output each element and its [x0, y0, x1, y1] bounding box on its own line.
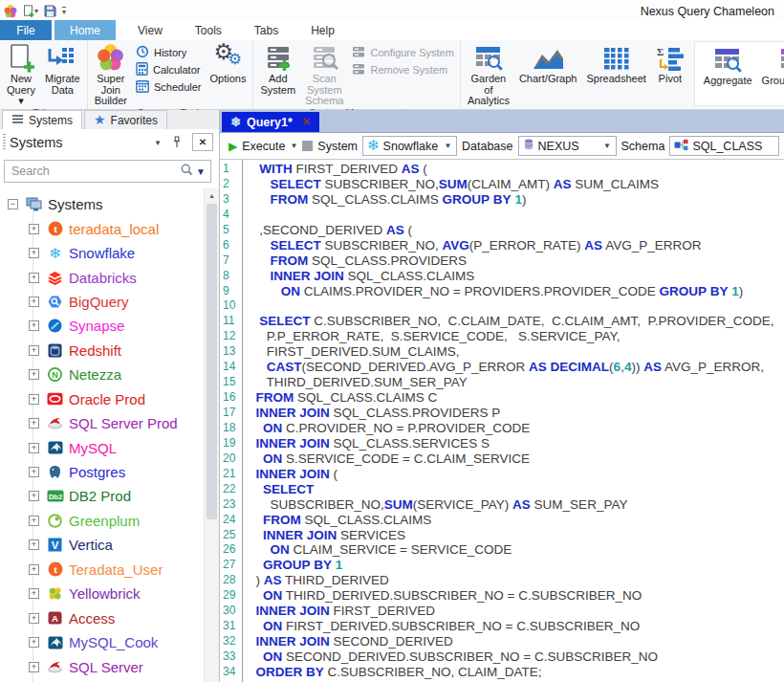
migrate-data-button[interactable]: Migrate Data: [40, 40, 85, 107]
button-label: Migrate Data: [45, 74, 80, 96]
tree-item-db2-prod[interactable]: +Db2DB2 Prod: [29, 484, 219, 508]
garden-of-analytics-button[interactable]: Garden of Analytics: [463, 40, 514, 107]
code-line: FROM SQL_CLASS.CLAIMS GROUP BY 1): [249, 192, 784, 208]
expand-icon[interactable]: +: [29, 443, 39, 453]
expand-icon[interactable]: +: [29, 369, 39, 380]
spreadsheet-button[interactable]: Spreadsheet: [581, 40, 650, 107]
database-combo[interactable]: NEXUS ▼: [518, 136, 617, 156]
system-combo[interactable]: ❄ Snowflake ▼: [362, 136, 457, 156]
expand-icon[interactable]: +: [29, 345, 39, 356]
tree-item-snowflake[interactable]: +❄Snowflake: [29, 241, 219, 265]
pivot-button[interactable]: ΣPivot: [651, 40, 689, 107]
expand-icon[interactable]: +: [29, 320, 39, 331]
chart-graph-button[interactable]: Chart/Graph: [514, 40, 582, 107]
schema-combo[interactable]: SQL_CLASS: [669, 136, 779, 156]
add-system-button[interactable]: Add System: [255, 40, 300, 107]
line-number: 34: [223, 665, 242, 680]
menu-tab-home[interactable]: Home: [54, 20, 116, 40]
sql-code-pane[interactable]: WITH FIRST_DERIVED AS ( SELECT SUBSCRIBE…: [243, 160, 784, 682]
expand-icon[interactable]: +: [29, 491, 39, 501]
tree-item-postgres[interactable]: +Postgres: [29, 460, 219, 484]
save-icon[interactable]: [44, 5, 56, 17]
systems-root-icon: [25, 197, 43, 212]
close-tab-icon[interactable]: ✕: [302, 116, 311, 128]
db2-icon: Db2: [46, 490, 64, 502]
tree-item-mysql-cook[interactable]: +MySQL_Cook: [29, 630, 219, 654]
expand-icon[interactable]: +: [29, 248, 39, 258]
search-filter-caret-icon[interactable]: ▼: [196, 166, 206, 177]
expand-icon[interactable]: +: [29, 564, 39, 575]
expand-icon[interactable]: +: [29, 467, 39, 477]
execute-play-icon[interactable]: ▶: [229, 140, 237, 153]
search-icon[interactable]: [181, 164, 193, 179]
tab-label: Systems: [29, 114, 73, 127]
groupingsets-button[interactable]: GroupingSets: [757, 42, 784, 105]
tree-item-synapse[interactable]: +Synapse: [29, 314, 219, 338]
tree-item-greenplum[interactable]: +Greenplum: [29, 509, 219, 533]
expand-icon[interactable]: +: [29, 588, 39, 599]
calculator-button[interactable]: Calculator: [132, 61, 206, 78]
tree-item-mysql[interactable]: +MySQL: [29, 435, 219, 459]
systems-tree: −Systems+tteradata_local+❄Snowflake+Data…: [0, 188, 219, 682]
spreadsheet-icon: [602, 42, 631, 74]
aggregate-button[interactable]: Aggregate: [699, 42, 757, 105]
expand-icon[interactable]: +: [29, 516, 39, 526]
expand-icon[interactable]: +: [29, 418, 39, 429]
app-logo-icon[interactable]: [4, 5, 17, 18]
menu-tab-file[interactable]: File: [0, 20, 52, 40]
tree-item-sql-server-prod[interactable]: +SQL Server Prod: [29, 411, 219, 435]
tree-item-netezza[interactable]: +NNetezza: [29, 363, 219, 386]
expand-icon[interactable]: +: [29, 662, 39, 672]
tree-item-label: DB2 Prod: [69, 488, 131, 504]
tree-item-vertica[interactable]: +VVertica: [29, 533, 219, 557]
tree-item-bigquery[interactable]: +BigQuery: [29, 290, 219, 314]
quick-access-toolbar: ▾▾: [4, 5, 66, 18]
expand-icon[interactable]: −: [8, 199, 18, 209]
tree-item-oracle-prod[interactable]: +Oracle Prod: [29, 387, 219, 411]
tree-item-teradata-user[interactable]: +tTeradata_User: [29, 558, 219, 582]
stop-button[interactable]: [302, 141, 313, 151]
menu-tab-help[interactable]: Help: [294, 20, 351, 40]
new-query-button[interactable]: New Query ▾: [2, 40, 40, 107]
sidebar-tab-favorites[interactable]: ★Favorites: [84, 110, 167, 129]
menu-tab-tabs[interactable]: Tabs: [238, 20, 294, 40]
expand-icon[interactable]: +: [29, 273, 39, 283]
tree-item-databricks[interactable]: +Databricks: [29, 265, 219, 289]
expand-icon[interactable]: +: [29, 224, 39, 234]
database-combo-caret-icon[interactable]: ▼: [601, 142, 614, 150]
scheduler-button[interactable]: Scheduler: [132, 78, 206, 96]
tree-item-access[interactable]: +AAccess: [29, 605, 219, 629]
search-input[interactable]: [10, 164, 181, 179]
sidebar-tab-systems[interactable]: Systems: [2, 110, 82, 129]
execute-button[interactable]: Execute: [242, 140, 285, 153]
tree-item-teradata-local[interactable]: +tteradata_local: [29, 216, 219, 240]
tree-scrollbar[interactable]: ▲: [204, 188, 219, 682]
tree-item-redshift[interactable]: +Redshift: [29, 339, 219, 363]
tree-item-sql-server[interactable]: +SQL Server: [29, 654, 219, 678]
pin-icon[interactable]: [167, 134, 186, 150]
databricks-icon: [46, 271, 64, 285]
menu-tab-view[interactable]: View: [121, 20, 179, 40]
tree-item-systems[interactable]: −Systems: [8, 192, 219, 216]
scrollbar-thumb[interactable]: [207, 204, 217, 519]
history-button[interactable]: History: [132, 44, 206, 61]
new-doc-sm-icon[interactable]: ▾: [23, 5, 38, 17]
tree-item-yellowbrick[interactable]: +Yellowbrick: [29, 582, 219, 605]
expand-icon[interactable]: +: [29, 637, 39, 648]
menu-tab-tools[interactable]: Tools: [179, 20, 238, 40]
expand-icon[interactable]: +: [29, 297, 39, 307]
options-button[interactable]: ⚙⚙Options: [205, 40, 250, 107]
panel-dropdown-icon[interactable]: ▾: [148, 134, 167, 150]
super-join-builder-button[interactable]: Super Join Builder: [90, 40, 132, 107]
scrollbar-up-arrow-icon[interactable]: ▲: [205, 188, 219, 203]
expand-icon[interactable]: +: [29, 613, 39, 624]
expand-icon[interactable]: +: [29, 394, 39, 405]
teradata-icon: t: [46, 221, 64, 236]
search-box[interactable]: ▼: [4, 160, 211, 183]
expand-icon[interactable]: +: [29, 539, 39, 550]
tab-query1[interactable]: ❄ Query1* ✕: [222, 112, 319, 132]
execute-caret-icon[interactable]: ▼: [290, 142, 297, 150]
system-combo-caret-icon[interactable]: ▼: [442, 142, 454, 150]
qat-overflow-icon[interactable]: ▾: [62, 7, 66, 15]
close-panel-icon[interactable]: ✕: [192, 133, 213, 151]
